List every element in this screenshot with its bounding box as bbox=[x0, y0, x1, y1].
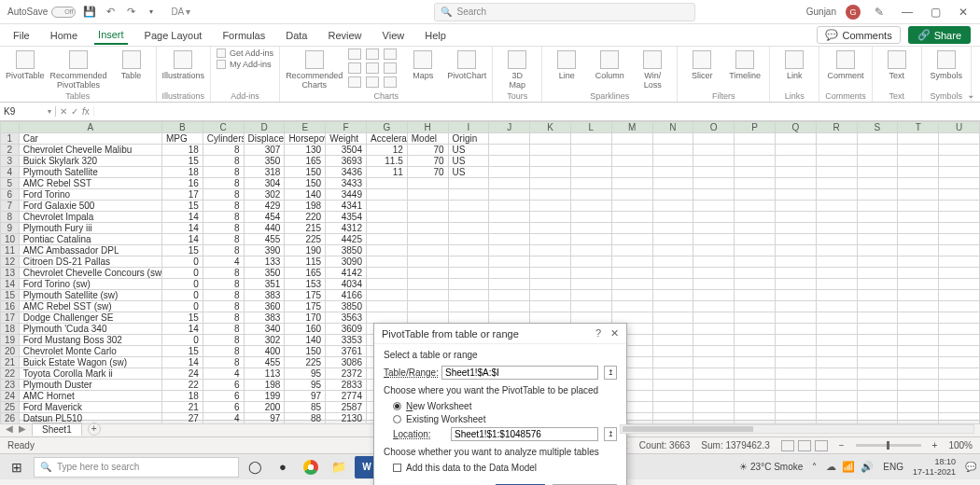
cell[interactable]: Citroen DS-21 Pallas bbox=[19, 256, 161, 268]
cell[interactable] bbox=[775, 201, 816, 212]
cell[interactable] bbox=[407, 223, 448, 234]
cell[interactable]: 95 bbox=[285, 368, 326, 380]
col-header[interactable]: B bbox=[162, 122, 203, 133]
cortana-icon[interactable]: ● bbox=[271, 456, 295, 478]
cell[interactable] bbox=[775, 346, 816, 357]
tab-insert[interactable]: Insert bbox=[94, 26, 128, 45]
cell[interactable] bbox=[366, 256, 407, 268]
zoom-out-icon[interactable]: − bbox=[839, 440, 845, 450]
cell[interactable] bbox=[775, 413, 816, 424]
cell[interactable] bbox=[735, 290, 776, 301]
cell[interactable] bbox=[366, 212, 407, 223]
cell[interactable]: Chevrolet Impala bbox=[19, 212, 161, 223]
cell[interactable] bbox=[693, 402, 735, 413]
tab-formulas[interactable]: Formulas bbox=[218, 27, 269, 44]
cell[interactable]: 150 bbox=[285, 167, 326, 178]
cell[interactable]: 8 bbox=[203, 268, 244, 279]
cell[interactable] bbox=[775, 312, 816, 324]
cell[interactable]: 350 bbox=[244, 268, 285, 279]
cell[interactable] bbox=[898, 368, 939, 380]
cell[interactable] bbox=[939, 145, 980, 156]
cell[interactable] bbox=[898, 324, 939, 335]
cell[interactable]: 8 bbox=[203, 312, 244, 324]
cell[interactable] bbox=[570, 156, 611, 167]
cell[interactable]: 175 bbox=[285, 290, 326, 301]
close-button[interactable]: ✕ bbox=[954, 6, 973, 19]
cell[interactable] bbox=[652, 301, 693, 312]
row-header[interactable]: 25 bbox=[1, 402, 20, 413]
weather-widget[interactable]: ☀ 23°C Smoke bbox=[739, 462, 803, 472]
cell[interactable] bbox=[530, 133, 571, 145]
cell[interactable]: 6 bbox=[203, 380, 244, 391]
maximize-button[interactable]: ▢ bbox=[926, 6, 945, 19]
cell[interactable] bbox=[448, 212, 489, 223]
col-header[interactable]: G bbox=[366, 122, 407, 133]
col-header[interactable]: A bbox=[19, 122, 161, 133]
cell[interactable]: 70 bbox=[407, 167, 448, 178]
cell[interactable] bbox=[816, 167, 857, 178]
cell[interactable] bbox=[898, 346, 939, 357]
cell[interactable] bbox=[489, 156, 530, 167]
cell[interactable] bbox=[816, 312, 857, 324]
cell[interactable] bbox=[530, 290, 571, 301]
cell[interactable] bbox=[652, 402, 693, 413]
wifi-icon[interactable]: 📶 bbox=[842, 461, 855, 473]
cell[interactable] bbox=[775, 212, 816, 223]
cell[interactable] bbox=[735, 167, 776, 178]
cell[interactable] bbox=[693, 189, 735, 201]
cell[interactable]: 304 bbox=[244, 178, 285, 189]
cell[interactable] bbox=[693, 268, 735, 279]
cell[interactable] bbox=[816, 256, 857, 268]
cell[interactable] bbox=[816, 189, 857, 201]
cell[interactable]: 18 bbox=[162, 167, 203, 178]
cell[interactable]: Displacement bbox=[244, 133, 285, 145]
cell[interactable] bbox=[693, 413, 735, 424]
ribbon-btn-maps[interactable]: Maps bbox=[404, 48, 441, 80]
cell[interactable] bbox=[407, 279, 448, 290]
cell[interactable] bbox=[816, 201, 857, 212]
cell[interactable] bbox=[898, 178, 939, 189]
cell[interactable] bbox=[775, 268, 816, 279]
cell[interactable] bbox=[611, 133, 652, 145]
cell[interactable] bbox=[775, 178, 816, 189]
cell[interactable] bbox=[693, 234, 735, 245]
chart-type-icon[interactable] bbox=[348, 62, 361, 74]
col-header[interactable]: O bbox=[693, 122, 735, 133]
cell[interactable]: 400 bbox=[244, 346, 285, 357]
cell[interactable]: 3090 bbox=[326, 256, 367, 268]
cell[interactable]: Toyota Corolla Mark ii bbox=[19, 368, 161, 380]
cell[interactable] bbox=[898, 223, 939, 234]
cell[interactable] bbox=[693, 357, 735, 368]
cell[interactable] bbox=[857, 156, 898, 167]
taskbar-search[interactable]: 🔍 Type here to search bbox=[34, 457, 239, 478]
cell[interactable] bbox=[530, 189, 571, 201]
cell[interactable] bbox=[652, 380, 693, 391]
cell[interactable] bbox=[735, 391, 776, 402]
col-header[interactable]: L bbox=[570, 122, 611, 133]
cell[interactable] bbox=[775, 245, 816, 256]
cell[interactable] bbox=[857, 234, 898, 245]
cell[interactable]: Plymouth Fury iii bbox=[19, 223, 161, 234]
cell[interactable] bbox=[775, 380, 816, 391]
ribbon-btn-pivotchart[interactable]: PivotChart bbox=[447, 48, 486, 80]
cell[interactable] bbox=[735, 357, 776, 368]
cell[interactable]: 0 bbox=[162, 301, 203, 312]
cell[interactable] bbox=[857, 380, 898, 391]
cell[interactable]: 8 bbox=[203, 167, 244, 178]
cell[interactable]: 3449 bbox=[326, 189, 367, 201]
cell[interactable] bbox=[652, 256, 693, 268]
cell[interactable] bbox=[775, 402, 816, 413]
row-header[interactable]: 16 bbox=[1, 301, 20, 312]
cell[interactable] bbox=[939, 201, 980, 212]
row-header[interactable]: 8 bbox=[1, 212, 20, 223]
row-header[interactable]: 10 bbox=[1, 234, 20, 245]
row-header[interactable]: 17 bbox=[1, 312, 20, 324]
cell[interactable] bbox=[693, 368, 735, 380]
cell[interactable] bbox=[775, 234, 816, 245]
cell[interactable] bbox=[652, 189, 693, 201]
zoom-level[interactable]: 100% bbox=[948, 440, 973, 450]
sheet-nav-next-icon[interactable]: ▶ bbox=[19, 423, 26, 434]
cell[interactable] bbox=[939, 167, 980, 178]
cell[interactable] bbox=[735, 223, 776, 234]
cell[interactable]: 4 bbox=[203, 368, 244, 380]
